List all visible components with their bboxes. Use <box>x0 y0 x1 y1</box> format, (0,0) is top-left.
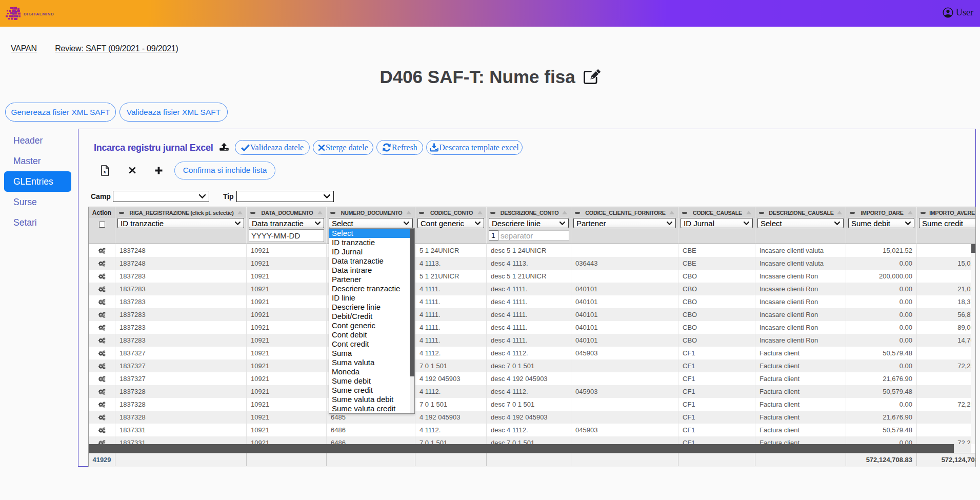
column-filter-select-2[interactable]: Data tranzactie <box>249 218 324 228</box>
dropdown-option[interactable]: ID Jurnal <box>329 247 410 256</box>
dropdown-option[interactable]: Data tranzactie <box>329 256 410 266</box>
toolbar-button-3[interactable]: Descarca template excel <box>426 140 523 155</box>
dropdown-option[interactable]: Descriere tranzactie <box>329 284 410 293</box>
column-filter-select-9[interactable]: Sume debit <box>848 218 914 228</box>
column-collapse-icon[interactable] <box>682 212 687 214</box>
camp-select[interactable] <box>113 191 209 202</box>
select-all-checkbox[interactable] <box>99 222 105 228</box>
date-format-input[interactable]: YYYY-MM-DD <box>249 229 324 242</box>
column-collapse-icon[interactable] <box>759 212 764 214</box>
column-sort-icon[interactable] <box>562 211 567 214</box>
row-actions-icon[interactable] <box>89 283 115 295</box>
column-sort-icon[interactable] <box>477 211 483 214</box>
row-actions-icon[interactable] <box>89 270 115 283</box>
validate-xml-button[interactable]: Valideaza fisier XML SAFT <box>119 103 228 122</box>
separator-input[interactable]: separator <box>498 230 569 241</box>
column-filter-select-5[interactable]: Descriere linie <box>489 218 569 228</box>
row-actions-icon[interactable] <box>89 347 115 359</box>
dropdown-option[interactable]: Cont debit <box>329 330 410 339</box>
dropdown-option[interactable]: Sume credit <box>329 386 410 395</box>
excel-file-icon[interactable]: x <box>101 165 109 176</box>
sidebar-item-surse[interactable]: Surse <box>0 192 78 212</box>
row-actions-icon[interactable] <box>89 321 115 334</box>
dropdown-option[interactable]: Sume valuta debit <box>329 395 410 404</box>
column-sort-icon[interactable] <box>746 211 751 214</box>
vertical-scrollbar[interactable] <box>971 244 975 444</box>
breadcrumb-link-review[interactable]: Review: SAFT (09/2021 - 09/2021) <box>55 44 178 53</box>
column-filter-select-1[interactable]: ID tranzactie <box>117 218 244 228</box>
vertical-scrollbar-thumb[interactable] <box>971 244 975 253</box>
toolbar-button-1[interactable]: Sterge datele <box>313 140 373 155</box>
tip-select[interactable] <box>236 191 334 202</box>
breadcrumb-link-vapan[interactable]: VAPAN <box>11 44 37 53</box>
column-collapse-icon[interactable] <box>330 212 335 214</box>
dropdown-option[interactable]: Select <box>329 229 410 238</box>
sidebar: HeaderMasterGLEntriesSurseSetari <box>0 129 78 233</box>
row-actions-icon[interactable] <box>89 398 115 411</box>
column-collapse-icon[interactable] <box>921 212 926 214</box>
sidebar-item-setari[interactable]: Setari <box>0 212 78 233</box>
column-sort-icon[interactable] <box>317 211 323 214</box>
row-actions-icon[interactable] <box>89 334 115 347</box>
column-filter-select-7[interactable]: ID Jurnal <box>681 218 753 228</box>
digitalmind-logo[interactable]: DIGITALMIND <box>5 7 54 21</box>
row-actions-icon[interactable] <box>89 411 115 424</box>
dropdown-option[interactable]: Debit/Credit <box>329 312 410 321</box>
dropdown-option[interactable]: ID linie <box>329 293 410 303</box>
dropdown-option[interactable]: Sume valuta credit <box>329 404 410 413</box>
row-actions-icon[interactable] <box>89 257 115 270</box>
confirm-close-button[interactable]: Confirma si inchide lista <box>174 162 275 179</box>
column-filter-select-8[interactable]: Select <box>757 218 844 228</box>
column-sort-icon[interactable] <box>908 211 913 214</box>
column-sort-icon[interactable] <box>237 211 243 214</box>
clear-x-icon[interactable] <box>129 167 136 174</box>
row-actions-icon[interactable] <box>89 308 115 321</box>
toolbar-button-2[interactable]: Refresh <box>376 140 423 155</box>
dropdown-option[interactable]: ID tranzactie <box>329 238 410 247</box>
column-collapse-icon[interactable] <box>490 212 495 214</box>
column-collapse-icon[interactable] <box>419 212 424 214</box>
column-sort-icon[interactable] <box>669 211 674 214</box>
user-menu[interactable]: User <box>943 7 973 18</box>
generate-xml-button[interactable]: Genereaza fisier XML SAFT <box>5 103 116 122</box>
row-actions-icon[interactable] <box>89 436 115 444</box>
column-collapse-icon[interactable] <box>575 212 580 214</box>
column-collapse-icon[interactable] <box>250 212 255 214</box>
column-filter-select-6[interactable]: Partener <box>573 218 676 228</box>
dropdown-scrollbar-thumb[interactable] <box>410 229 414 376</box>
dropdown-option[interactable]: Cont credit <box>329 339 410 349</box>
edit-icon[interactable] <box>583 69 601 85</box>
dropdown-option[interactable]: Descriere linie <box>329 303 410 312</box>
horizontal-scrollbar-thumb[interactable] <box>89 444 954 453</box>
dropdown-option[interactable]: Sume debit <box>329 376 410 386</box>
row-actions-icon[interactable] <box>89 372 115 385</box>
dropdown-option[interactable]: Moneda <box>329 367 410 376</box>
sidebar-item-master[interactable]: Master <box>0 151 78 171</box>
row-actions-icon[interactable] <box>89 385 115 398</box>
separator-count-input[interactable]: 1 <box>489 230 498 241</box>
sidebar-item-glentries[interactable]: GLEntries <box>4 171 71 192</box>
column-filter-select-10[interactable]: Sume credit <box>919 218 975 228</box>
dropdown-scrollbar[interactable] <box>410 229 414 413</box>
toolbar-button-0[interactable]: Valideaza datele <box>235 140 310 155</box>
add-icon[interactable] <box>155 167 163 174</box>
dropdown-option[interactable]: Suma <box>329 349 410 358</box>
column-filter-select-4[interactable]: Cont generic <box>417 218 484 228</box>
x-icon <box>318 144 325 151</box>
row-actions-icon[interactable] <box>89 244 115 257</box>
sidebar-item-header[interactable]: Header <box>0 130 78 151</box>
column-collapse-icon[interactable] <box>119 212 124 214</box>
row-actions-icon[interactable] <box>89 359 115 372</box>
column-sort-icon[interactable] <box>406 211 411 214</box>
horizontal-scrollbar[interactable] <box>89 444 972 453</box>
row-actions-icon[interactable] <box>89 295 115 308</box>
upload-icon[interactable] <box>219 143 229 151</box>
row-actions-icon[interactable] <box>89 424 115 436</box>
column-collapse-icon[interactable] <box>850 212 855 214</box>
dropdown-option[interactable]: Partener <box>329 275 410 284</box>
dropdown-option[interactable]: Suma valuta <box>329 358 410 367</box>
dropdown-option[interactable]: Cont generic <box>329 321 410 330</box>
column-sort-icon[interactable] <box>837 211 842 214</box>
dropdown-option[interactable]: Data intrare <box>329 266 410 275</box>
column-filter-select-3[interactable]: Select <box>329 218 413 228</box>
